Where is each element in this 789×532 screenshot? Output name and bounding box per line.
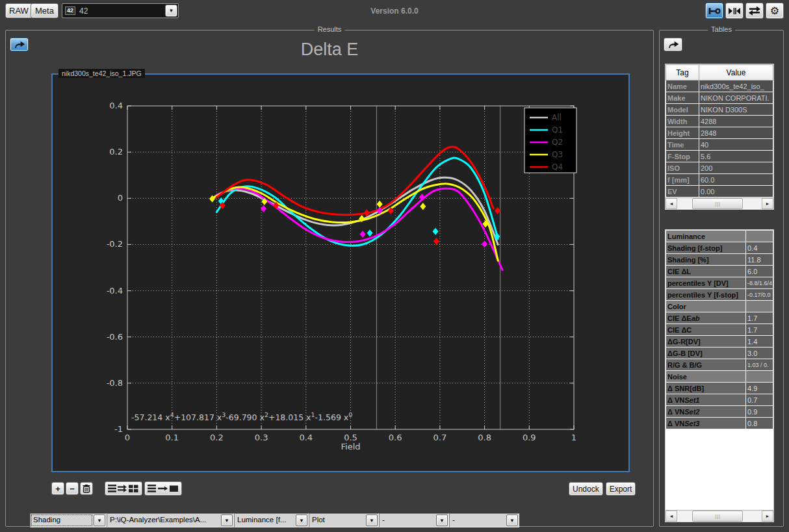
table-row[interactable]: CIE ΔEab1.7: [666, 312, 773, 324]
plot-toolbar: + −: [51, 481, 184, 496]
view-mode-combo[interactable]: Plot ▼: [309, 513, 379, 527]
layout-grid-icon: [108, 484, 139, 493]
toolbar-right-group: ⚙: [705, 3, 784, 19]
table-row[interactable]: CIE ΔL6.0: [666, 266, 773, 277]
collapse-panes-icon: [728, 6, 741, 16]
swap-button[interactable]: [745, 3, 764, 19]
scrollbar-thumb[interactable]: |||: [692, 511, 743, 522]
table-row[interactable]: ΔG-B [DV]3.0: [666, 348, 773, 359]
scroll-left-icon[interactable]: ◄: [666, 198, 677, 209]
layout-grid-button[interactable]: [105, 481, 142, 496]
table-row[interactable]: EV0.00: [666, 186, 773, 197]
table-row[interactable]: F-Stop5.6: [666, 151, 773, 162]
svg-text:0.4: 0.4: [299, 433, 313, 442]
file-path-combo[interactable]: P:\iQ-Analyzer\Examples\A... ▼: [107, 513, 234, 527]
table-row[interactable]: ModelNIKON D300S: [666, 104, 773, 116]
chevron-down-icon[interactable]: ▼: [436, 514, 448, 526]
image-combo-value: 42: [79, 6, 165, 16]
key-button[interactable]: [705, 3, 723, 19]
tag-column-header: Tag: [666, 65, 699, 81]
table-row[interactable]: Height2848: [666, 127, 773, 139]
svg-text:0.6: 0.6: [389, 433, 402, 442]
tables-export-arrow-button[interactable]: [664, 38, 682, 51]
settings-button[interactable]: ⚙: [766, 3, 784, 19]
section-row[interactable]: Noise: [666, 371, 773, 383]
scrollbar-track[interactable]: |||: [677, 511, 762, 522]
section-row[interactable]: Color: [666, 301, 773, 312]
chevron-down-icon[interactable]: ▼: [366, 514, 378, 526]
layout-single-icon: [148, 484, 179, 493]
table-row[interactable]: R/G & B/G1.03 / 0.: [666, 359, 773, 371]
tables-groupbox: Tables Tag Value Namenikd300s_te42_iso_M…: [659, 30, 784, 527]
app-window: RAW Meta 42 42 ▼ Version 6.0.0: [0, 0, 789, 532]
table-row[interactable]: Namenikd300s_te42_iso_: [666, 81, 773, 92]
table-row[interactable]: ISO200: [666, 162, 773, 174]
table-row[interactable]: Δ SNR[dB]4.9: [666, 383, 773, 394]
svg-text:0.9: 0.9: [523, 433, 536, 442]
table-row[interactable]: f [mm]60.0: [666, 174, 773, 186]
raw-button[interactable]: RAW: [5, 3, 32, 18]
section-row[interactable]: Luminance: [666, 231, 773, 242]
table-row[interactable]: CIE ΔC1.7: [666, 324, 773, 336]
exif-table-hscrollbar[interactable]: ◄ ||| ►: [666, 197, 773, 209]
svg-text:-1: -1: [114, 424, 123, 434]
svg-text:Q2: Q2: [552, 138, 563, 147]
swap-arrows-icon: [748, 6, 761, 16]
results-export-arrow-button[interactable]: [10, 38, 29, 51]
undock-button[interactable]: Undock: [569, 482, 603, 496]
svg-text:0.5: 0.5: [344, 433, 357, 442]
bottom-combo-bar: Shading ▼ P:\iQ-Analyzer\Examples\A... ▼…: [30, 513, 519, 528]
table-row[interactable]: Shading [%]11.8: [666, 254, 773, 266]
combo-value: Luminance [f...: [235, 514, 295, 527]
combo-value: Shading: [31, 514, 93, 527]
table-row[interactable]: Δ VNSet10.7: [666, 394, 773, 406]
table-empty-area: [666, 429, 773, 510]
svg-text:All: All: [552, 113, 562, 122]
option-combo-1[interactable]: - ▼: [379, 513, 449, 527]
curved-arrow-icon: [667, 40, 680, 49]
layout-single-button[interactable]: [144, 481, 182, 496]
table-row[interactable]: Δ VNSet30.8: [666, 418, 773, 429]
channel-combo[interactable]: Luminance [f... ▼: [234, 513, 309, 527]
scrollbar-track[interactable]: |||: [677, 198, 762, 209]
table-row[interactable]: Time40: [666, 139, 773, 151]
zoom-out-button[interactable]: −: [66, 482, 79, 495]
table-row[interactable]: percentiles Y [f-stop]-0.17/0.0: [666, 289, 773, 301]
combo-value: -: [380, 514, 435, 527]
table-header-row[interactable]: Tag Value: [666, 65, 773, 81]
chevron-down-icon[interactable]: ▼: [221, 514, 233, 526]
option-combo-2[interactable]: - ▼: [449, 513, 519, 527]
combo-value: Plot: [309, 514, 365, 527]
top-toolbar: RAW Meta 42 42 ▼ Version 6.0.0: [0, 0, 789, 22]
scroll-right-icon[interactable]: ►: [762, 511, 773, 522]
svg-text:1: 1: [571, 433, 576, 442]
scroll-left-icon[interactable]: ◄: [666, 511, 677, 522]
table-row[interactable]: Δ VNSet20.9: [666, 406, 773, 418]
chevron-down-icon[interactable]: ▼: [296, 514, 307, 526]
scrollbar-thumb[interactable]: |||: [692, 198, 743, 209]
results-group-label: Results: [315, 25, 345, 33]
chevron-down-icon[interactable]: ▼: [165, 5, 177, 17]
tables-group-label: Tables: [708, 25, 735, 33]
table-row[interactable]: percentiles Y [DV]-8.8/1.6/4: [666, 277, 773, 289]
delete-button[interactable]: [80, 482, 93, 495]
result-type-combo[interactable]: Shading ▼: [30, 513, 107, 527]
export-button[interactable]: Export: [606, 482, 636, 496]
meta-button[interactable]: Meta: [31, 3, 58, 18]
svg-text:0: 0: [125, 433, 130, 442]
scroll-right-icon[interactable]: ►: [762, 198, 773, 209]
image-select-combo[interactable]: 42 42 ▼: [62, 3, 179, 18]
collapse-panes-button[interactable]: [725, 3, 744, 19]
chevron-down-icon[interactable]: ▼: [506, 514, 518, 526]
table-row[interactable]: Width4288: [666, 116, 773, 127]
table-row[interactable]: ΔG-R[DV]1.4: [666, 336, 773, 348]
key-icon: [708, 6, 721, 16]
zoom-in-button[interactable]: +: [51, 482, 64, 495]
chevron-down-icon[interactable]: ▼: [94, 514, 105, 526]
svg-text:-0.8: -0.8: [107, 378, 123, 388]
table-row[interactable]: MakeNIKON CORPORATI.: [666, 92, 773, 104]
table-row[interactable]: Shading [f-stop]0.4: [666, 242, 773, 254]
results-table-hscrollbar[interactable]: ◄ ||| ►: [666, 510, 773, 522]
curved-arrow-icon: [13, 40, 26, 49]
results-table: LuminanceShading [f-stop]0.4Shading [%]1…: [665, 229, 774, 522]
